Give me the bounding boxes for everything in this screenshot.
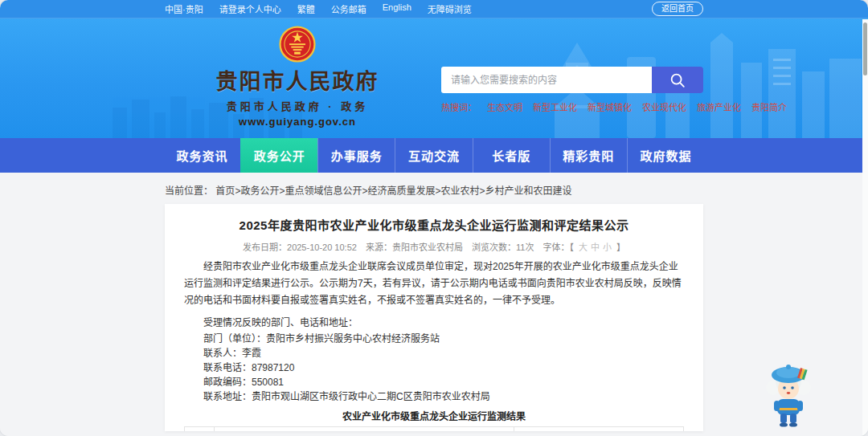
article-paragraph: 受理情况反映的部门、电话和地址： bbox=[184, 315, 684, 332]
return-home-button[interactable]: 返回首页 bbox=[652, 2, 703, 16]
article-title: 2025年度贵阳市农业产业化市级重点龙头企业运行监测和评定结果公示 bbox=[184, 216, 684, 233]
col-header-no: 序号 bbox=[185, 427, 215, 432]
top-link-china-guiyang[interactable]: 中国·贵阳 bbox=[165, 2, 203, 15]
contact-department: 部门（单位）：贵阳市乡村振兴服务中心农村经济服务站 bbox=[184, 332, 684, 346]
nav-tab-zhengfu-shuju[interactable]: 政府数据 bbox=[627, 138, 704, 173]
search-input[interactable] bbox=[441, 67, 652, 93]
browser-page: 中国·贵阳 请登录个人中心 繁體 公务邮箱 English 无障碍浏览 返回首页 bbox=[0, 0, 868, 436]
breadcrumb: 当前位置： 首页>政务公开>重点领域信息公开>经济高质量发展>农业农村>乡村产业… bbox=[165, 173, 703, 197]
top-link-accessibility[interactable]: 无障碍浏览 bbox=[428, 2, 472, 15]
main-nav: 政务资讯 政务公开 办事服务 互动交流 长者版 精彩贵阳 政府数据 bbox=[0, 138, 868, 173]
mascot-icon bbox=[764, 362, 813, 428]
hot-word-1[interactable]: 生态文明 bbox=[487, 100, 522, 113]
article-paragraph: 经贵阳市农业产业化市级重点龙头企业联席会议成员单位审定，现对2025年开展的农业… bbox=[184, 259, 684, 309]
top-link-mail[interactable]: 公务邮箱 bbox=[331, 2, 366, 15]
nav-tab-banshi-fuwu[interactable]: 办事服务 bbox=[317, 138, 395, 173]
hot-word-5[interactable]: 旅游产业化 bbox=[697, 100, 741, 113]
breadcrumb-zhengwu-gongkai[interactable]: 政务公开 bbox=[240, 185, 279, 197]
site-tagline: 贵阳市人民政府 · 政务 bbox=[165, 98, 430, 113]
breadcrumb-key-info[interactable]: 重点领域信息公开 bbox=[285, 185, 362, 197]
breadcrumb-label: 当前位置： bbox=[165, 185, 213, 197]
site-logo-block: 贵阳市人民政府 贵阳市人民政府 · 政务 www.guiyang.gov.cn bbox=[165, 18, 430, 138]
font-size-small[interactable]: 小 bbox=[603, 242, 612, 252]
breadcrumb-agriculture[interactable]: 农业农村 bbox=[440, 185, 479, 197]
search-button[interactable] bbox=[652, 67, 703, 93]
search-block: 热搜词： 生态文明 新型工业化 新型城镇化 农业现代化 旅游产业化 贵阳简介 bbox=[441, 18, 703, 138]
mascot-assistant[interactable] bbox=[764, 362, 813, 431]
hot-word-4[interactable]: 农业现代化 bbox=[642, 100, 686, 113]
nav-tab-zhengwu-gongkai[interactable]: 政务公开 bbox=[240, 138, 317, 173]
table-header-row: 序号 企业名称 监测结果 bbox=[185, 427, 684, 432]
hot-word-3[interactable]: 新型城镇化 bbox=[588, 100, 632, 113]
postal-code: 邮政编码：550081 bbox=[184, 375, 684, 389]
nav-tab-zhangzheban[interactable]: 长者版 bbox=[473, 138, 550, 173]
col-header-result: 监测结果 bbox=[514, 427, 683, 432]
contact-person: 联系人：李霞 bbox=[184, 346, 684, 361]
scrollbar-track bbox=[862, 19, 868, 436]
font-size-label-end: 】 bbox=[616, 242, 625, 252]
site-banner: 贵阳市人民政府 贵阳市人民政府 · 政务 www.guiyang.gov.cn … bbox=[0, 18, 868, 138]
font-size-medium[interactable]: 中 bbox=[591, 242, 600, 252]
article-meta: 发布日期：2025-10-20 10:52 来源：贵阳市农业农村局 浏览次数：1… bbox=[184, 240, 684, 253]
top-link-login[interactable]: 请登录个人中心 bbox=[219, 2, 281, 15]
hot-word-6[interactable]: 贵阳简介 bbox=[751, 100, 787, 113]
font-size-large[interactable]: 大 bbox=[579, 242, 588, 252]
publish-date: 发布日期：2025-10-20 10:52 bbox=[243, 242, 357, 252]
national-emblem-icon bbox=[279, 26, 316, 63]
nav-tab-jingcai-guiyang[interactable]: 精彩贵阳 bbox=[550, 138, 627, 173]
view-count: 浏览次数：11次 bbox=[472, 242, 534, 252]
monitoring-results-table: 序号 企业名称 监测结果 1 贵州合力超市采购有限公司 合格 2 贵州友禾种业有… bbox=[184, 426, 684, 431]
hot-search-row: 热搜词： 生态文明 新型工业化 新型城镇化 农业现代化 旅游产业化 贵阳简介 bbox=[441, 100, 703, 113]
top-utility-bar: 中国·贵阳 请登录个人中心 繁體 公务邮箱 English 无障碍浏览 返回首页 bbox=[0, 0, 868, 18]
hot-word-2[interactable]: 新型工业化 bbox=[533, 100, 577, 113]
top-link-traditional[interactable]: 繁體 bbox=[297, 2, 315, 15]
article-source: 来源：贵阳市农业农村局 bbox=[366, 242, 463, 252]
breadcrumb-rural-industry[interactable]: 乡村产业和农田建设 bbox=[485, 185, 572, 197]
col-header-company: 企业名称 bbox=[215, 427, 514, 432]
nav-tab-hudong-jiaoliu[interactable]: 互动交流 bbox=[395, 138, 472, 173]
top-link-english[interactable]: English bbox=[383, 2, 411, 15]
contact-address: 联系地址：贵阳市观山湖区市级行政中心二期C区贵阳市农业农村局 bbox=[184, 389, 684, 404]
breadcrumb-economy[interactable]: 经济高质量发展 bbox=[367, 185, 435, 197]
site-url: www.guiyang.gov.cn bbox=[165, 116, 430, 128]
search-icon bbox=[669, 71, 686, 89]
scrollbar-thumb[interactable] bbox=[863, 22, 867, 75]
contact-phone: 联系电话：87987120 bbox=[184, 361, 684, 375]
article-card: 2025年度贵阳市农业产业化市级重点龙头企业运行监测和评定结果公示 发布日期：2… bbox=[165, 204, 703, 431]
top-links: 中国·贵阳 请登录个人中心 繁體 公务邮箱 English 无障碍浏览 bbox=[165, 2, 472, 15]
nav-tab-zhengwu-zixun[interactable]: 政务资讯 bbox=[164, 138, 240, 173]
breadcrumb-home[interactable]: 首页 bbox=[215, 185, 235, 197]
content-area: 当前位置： 首页>政务公开>重点领域信息公开>经济高质量发展>农业农村>乡村产业… bbox=[0, 173, 868, 436]
site-title: 贵阳市人民政府 bbox=[165, 64, 430, 96]
breadcrumb-sep: > bbox=[480, 185, 485, 197]
hot-search-label: 热搜词： bbox=[441, 100, 477, 113]
table-caption: 农业产业化市级重点龙头企业运行监测结果 bbox=[184, 409, 684, 422]
font-size-label: 字体：【 bbox=[542, 242, 574, 252]
